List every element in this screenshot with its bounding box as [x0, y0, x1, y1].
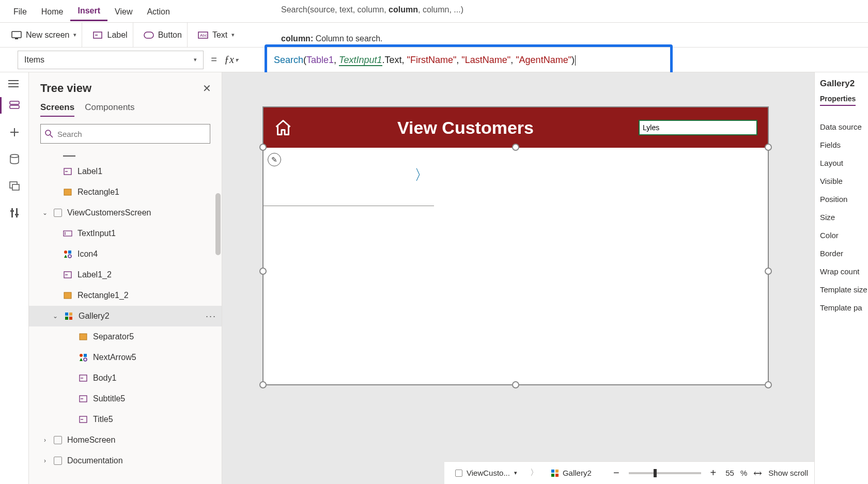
- prop-datasource[interactable]: Data source: [820, 122, 863, 131]
- fit-to-window-button[interactable]: ⤢: [750, 465, 765, 480]
- chevron-right-icon: ›: [41, 457, 49, 464]
- tree-search-box[interactable]: [40, 124, 210, 144]
- tree-item-viewcustomersscreen[interactable]: ⌄ViewCustomersScreen: [29, 202, 222, 223]
- zoom-out-button[interactable]: −: [610, 467, 623, 479]
- canvas-area[interactable]: View Customers ✎ 〉 ViewCusto... ▾: [222, 72, 814, 484]
- edit-template-button[interactable]: ✎: [268, 153, 281, 166]
- zoom-slider[interactable]: [629, 472, 701, 474]
- formula-input[interactable]: Search(Table1, TextInput1.Text, "FirstNa…: [243, 54, 576, 66]
- gallery-body[interactable]: ✎ 〉: [264, 148, 768, 384]
- more-icon[interactable]: ···: [206, 311, 216, 322]
- tree-item-icon4[interactable]: Icon4: [29, 244, 222, 264]
- hamburger-icon[interactable]: [8, 80, 19, 88]
- menu-insert[interactable]: Insert: [70, 1, 107, 21]
- button-icon: [144, 30, 154, 40]
- label-button[interactable]: Label: [92, 30, 127, 40]
- tree-item-nextarrow5[interactable]: NextArrow5: [29, 347, 222, 368]
- svg-marker-28: [64, 255, 67, 258]
- menu-file[interactable]: File: [6, 2, 34, 21]
- tree-search-input[interactable]: [57, 130, 206, 138]
- tree-item-homescreen[interactable]: ›HomeScreen: [29, 430, 222, 450]
- text-dropdown-button[interactable]: Abc Text ▾: [198, 30, 235, 40]
- tree-item-gallery2[interactable]: ⌄Gallery2···: [29, 306, 222, 326]
- resize-handle[interactable]: [765, 144, 772, 151]
- fx-button[interactable]: ƒx▾: [224, 54, 243, 66]
- prop-visible[interactable]: Visible: [820, 177, 863, 185]
- label-icon: [63, 270, 72, 279]
- tab-screens[interactable]: Screens: [40, 102, 74, 117]
- selected-control-name: Gallery2: [820, 79, 863, 89]
- svg-text:Abc: Abc: [200, 33, 207, 38]
- breadcrumb-separator: 〉: [530, 467, 538, 478]
- prop-wrap-count[interactable]: Wrap count: [820, 267, 863, 276]
- media-rail-button[interactable]: [8, 180, 21, 192]
- button-control-button[interactable]: Button: [144, 30, 182, 40]
- tab-components[interactable]: Components: [85, 102, 134, 117]
- prop-template-size[interactable]: Template size: [820, 285, 863, 294]
- tree-item-label1-2[interactable]: Label1_2: [29, 264, 222, 285]
- zoom-slider-thumb[interactable]: [654, 469, 657, 477]
- app-preview-frame[interactable]: View Customers ✎ 〉: [262, 106, 769, 385]
- menu-view[interactable]: View: [107, 2, 140, 21]
- svg-rect-18: [15, 214, 19, 215]
- svg-point-38: [80, 354, 83, 357]
- screen-icon: [54, 457, 62, 465]
- chevron-down-icon: ▾: [194, 56, 197, 63]
- advanced-rail-button[interactable]: [8, 207, 21, 219]
- property-selector[interactable]: Items ▾: [18, 51, 204, 69]
- insert-rail-button[interactable]: [8, 126, 21, 138]
- tree-item-documentation[interactable]: ›Documentation: [29, 450, 222, 471]
- prop-position[interactable]: Position: [820, 195, 863, 204]
- equals-label: =: [204, 54, 224, 66]
- screen-icon: [54, 436, 62, 444]
- resize-handle[interactable]: [512, 144, 519, 151]
- chevron-down-icon: ▾: [73, 32, 76, 38]
- svg-rect-14: [12, 184, 19, 190]
- tree-tabs: Screens Components: [29, 99, 222, 117]
- resize-handle[interactable]: [259, 381, 267, 388]
- intellisense-column-hint: column: Column to search.: [281, 34, 383, 43]
- resize-handle[interactable]: [512, 381, 519, 388]
- prop-border[interactable]: Border: [820, 249, 863, 258]
- tree-item-rectangle1[interactable]: Rectangle1: [29, 182, 222, 202]
- menu-action[interactable]: Action: [140, 2, 177, 21]
- tree-list[interactable]: Label1 Rectangle1 ⌄ViewCustomersScreen T…: [29, 151, 222, 484]
- resize-handle[interactable]: [765, 268, 772, 275]
- resize-handle[interactable]: [765, 381, 772, 388]
- resize-handle[interactable]: [259, 268, 267, 275]
- breadcrumb-screen[interactable]: ViewCusto... ▾: [451, 466, 522, 480]
- svg-point-12: [10, 154, 19, 158]
- chevron-down-icon: ⌄: [52, 313, 59, 320]
- tree-item-label1[interactable]: Label1: [29, 161, 222, 182]
- breadcrumb-control[interactable]: Gallery2: [547, 466, 596, 480]
- resize-handle[interactable]: [259, 144, 267, 151]
- tree-item-textinput1[interactable]: TextInput1: [29, 223, 222, 244]
- chevron-right-icon[interactable]: 〉: [414, 165, 429, 185]
- tree-item-subtitle5[interactable]: Subtitle5: [29, 388, 222, 409]
- tree-item-collapsed[interactable]: [29, 151, 222, 161]
- prop-layout[interactable]: Layout: [820, 159, 863, 167]
- tree-item-separator5[interactable]: Separator5: [29, 326, 222, 347]
- prop-size[interactable]: Size: [820, 213, 863, 222]
- data-rail-button[interactable]: [8, 153, 21, 165]
- zoom-in-button[interactable]: +: [707, 467, 720, 479]
- svg-rect-27: [68, 251, 71, 254]
- zoom-value: 55: [725, 469, 734, 477]
- tab-properties[interactable]: Properties: [820, 95, 856, 106]
- svg-marker-40: [80, 358, 83, 361]
- app-search-input[interactable]: [639, 120, 757, 135]
- prop-template-padding[interactable]: Template pa: [820, 303, 863, 312]
- new-screen-button[interactable]: New screen ▾: [11, 30, 76, 40]
- svg-rect-48: [551, 470, 554, 473]
- menu-home[interactable]: Home: [34, 2, 71, 21]
- close-icon[interactable]: ✕: [203, 82, 211, 95]
- tree-view-rail-button[interactable]: [8, 99, 21, 112]
- tree-item-body1[interactable]: Body1: [29, 368, 222, 388]
- tree-item-rectangle1-2[interactable]: Rectangle1_2: [29, 285, 222, 306]
- tree-item-title5[interactable]: Title5: [29, 409, 222, 430]
- label-icon: [79, 373, 88, 383]
- prop-color[interactable]: Color: [820, 231, 863, 240]
- scrollbar-thumb[interactable]: [215, 193, 221, 255]
- prop-fields[interactable]: Fields: [820, 140, 863, 149]
- home-icon[interactable]: [274, 118, 292, 137]
